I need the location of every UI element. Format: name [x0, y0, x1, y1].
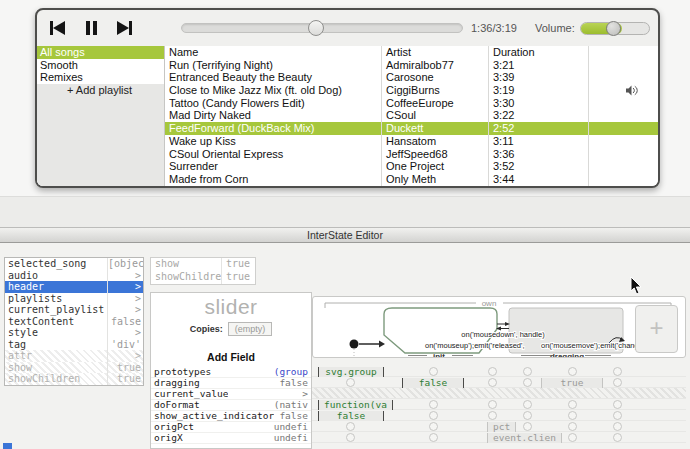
value-slot-radio[interactable] — [568, 411, 577, 420]
add-field-button[interactable]: Add Field — [151, 351, 311, 363]
value-slot-radio[interactable] — [613, 367, 622, 376]
inspector-row[interactable]: tag'div' — [5, 339, 143, 351]
value-slot-radio[interactable] — [568, 400, 577, 409]
value-pill[interactable]: true — [541, 378, 603, 388]
value-slot-radio[interactable] — [568, 433, 577, 442]
visibility-row[interactable]: showtrue — [151, 258, 255, 271]
column-header-duration[interactable]: Duration — [489, 46, 589, 59]
inspector-key: tag — [5, 339, 107, 351]
inspector-row[interactable]: current_playlist> — [5, 304, 143, 316]
value-slot-radio[interactable] — [568, 422, 577, 431]
song-row[interactable]: Wake up KissHansatom3:11 — [165, 135, 658, 148]
inspector-row[interactable]: style> — [5, 327, 143, 339]
inspector-value: false — [107, 316, 143, 328]
field-name: doFormat — [151, 400, 200, 410]
playlist-item[interactable]: Smooth — [37, 59, 164, 72]
playlist-item[interactable]: All songs — [37, 46, 164, 59]
inspector-row[interactable]: attr> — [5, 350, 143, 362]
value-pill[interactable]: false — [318, 411, 384, 421]
volume-slider[interactable] — [580, 22, 650, 35]
initial-state-dot[interactable] — [350, 340, 359, 349]
value-slot-radio[interactable] — [613, 433, 622, 442]
song-duration: 3:52 — [489, 160, 589, 173]
song-row[interactable]: Entranced Beauty the BeautyCarosone3:39 — [165, 71, 658, 84]
progress-slider-handle[interactable] — [308, 20, 324, 36]
field-row[interactable]: origXundefi — [151, 433, 311, 444]
value-slot-radio[interactable] — [488, 378, 497, 387]
value-slot-radio[interactable] — [429, 422, 438, 431]
value-pill[interactable]: false — [402, 378, 464, 388]
value-slot-radio[interactable] — [523, 422, 532, 431]
value-slot-radio[interactable] — [613, 378, 622, 387]
song-row[interactable]: Run (Terrifying Night)Admiralbob773:21 — [165, 59, 658, 72]
value-slot-radio[interactable] — [523, 367, 532, 376]
song-row[interactable]: Close to Mike Jazz Mix (ft. old Dog)Cigg… — [165, 84, 658, 97]
field-value: undefi — [274, 433, 311, 443]
value-slot-radio[interactable] — [523, 400, 532, 409]
column-header-artist[interactable]: Artist — [382, 46, 489, 59]
column-header-extra[interactable] — [589, 46, 658, 59]
selected-row-partial — [3, 443, 12, 449]
value-slot-radio[interactable] — [568, 367, 577, 376]
song-row[interactable]: FeedForward (DuckBack Mix)Duckett2:52 — [165, 122, 658, 135]
value-slot-radio[interactable] — [613, 400, 622, 409]
volume-slider-handle[interactable] — [606, 21, 621, 36]
value-slot-radio[interactable] — [346, 378, 355, 387]
field-value: undefi — [274, 422, 311, 432]
value-pill[interactable]: event.clien — [487, 433, 562, 443]
value-slot-radio[interactable] — [488, 400, 497, 409]
inspector-row[interactable]: selected_song[objec — [5, 258, 143, 270]
playlist-item[interactable]: Remixes — [37, 71, 164, 84]
transition-mouseup-label[interactable]: on('mouseup');emit('released', — [425, 341, 525, 350]
next-track-button[interactable] — [115, 20, 135, 36]
song-row[interactable]: Made from CornOnly Meth3:44 — [165, 173, 658, 186]
inspector-row[interactable]: header> — [5, 281, 143, 293]
song-row[interactable]: Mad Dirty NakedCSoul3:22 — [165, 109, 658, 122]
value-slot-radio[interactable] — [429, 367, 438, 376]
song-row[interactable]: CSoul Oriental ExpressJeffSpeed683:36 — [165, 148, 658, 161]
value-slot-radio[interactable] — [613, 411, 622, 420]
value-pill[interactable]: svg.group — [318, 367, 384, 377]
song-extra — [589, 71, 658, 84]
copies-value[interactable]: (empty) — [228, 322, 273, 336]
song-extra — [589, 160, 658, 173]
add-playlist-button[interactable]: + Add playlist — [37, 84, 164, 97]
inspector-value: [objec — [107, 258, 143, 270]
value-slot-radio[interactable] — [613, 422, 622, 431]
value-slot-radio[interactable] — [488, 367, 497, 376]
value-slot-radio[interactable] — [523, 411, 532, 420]
song-extra — [589, 109, 658, 122]
add-state-button[interactable]: + — [635, 305, 678, 353]
inspector-row[interactable]: showChildrentrue — [5, 373, 143, 385]
inspector-row[interactable]: showtrue — [5, 362, 143, 374]
inspector-row[interactable]: playlists> — [5, 293, 143, 305]
progress-slider[interactable] — [181, 23, 463, 33]
song-row[interactable]: Tattoo (Candy Flowers Edit)CoffeeEurope3… — [165, 97, 658, 110]
editor-titlebar[interactable]: InterState Editor — [0, 227, 690, 243]
inspector-value: > — [107, 350, 143, 362]
value-slot-radio[interactable] — [523, 378, 532, 387]
value-slot-radio[interactable] — [429, 400, 438, 409]
column-header-name[interactable]: Name — [165, 46, 382, 59]
pause-button[interactable] — [81, 20, 101, 36]
value-slot-radio[interactable] — [429, 411, 438, 420]
transition-mousedown-label[interactable]: on('mousedown', handle) — [461, 330, 545, 339]
inspector-row[interactable]: audio> — [5, 270, 143, 282]
previous-track-button[interactable] — [47, 20, 67, 36]
value-slot-radio[interactable] — [488, 411, 497, 420]
visibility-value: true — [221, 271, 255, 284]
field-name: show_active_indicator — [151, 411, 274, 421]
song-row[interactable]: SurrenderOne Project3:52 — [165, 160, 658, 173]
value-pill[interactable]: pct — [487, 422, 516, 432]
inspector-value: > — [107, 270, 143, 282]
value-slot-radio[interactable] — [346, 422, 355, 431]
visibility-row[interactable]: showChildrentrue — [151, 271, 255, 284]
value-slot-radio[interactable] — [429, 433, 438, 442]
value-slot-radio[interactable] — [346, 433, 355, 442]
editor-body: selected_song[objecaudio>header>playlist… — [0, 243, 690, 449]
grid-row: event.clien — [312, 432, 686, 443]
arrowhead — [379, 341, 385, 348]
inspector-row[interactable]: textContentfalse — [5, 316, 143, 328]
field-row[interactable]: draggingfalse — [151, 378, 311, 389]
value-pill[interactable]: function(va — [318, 400, 393, 410]
